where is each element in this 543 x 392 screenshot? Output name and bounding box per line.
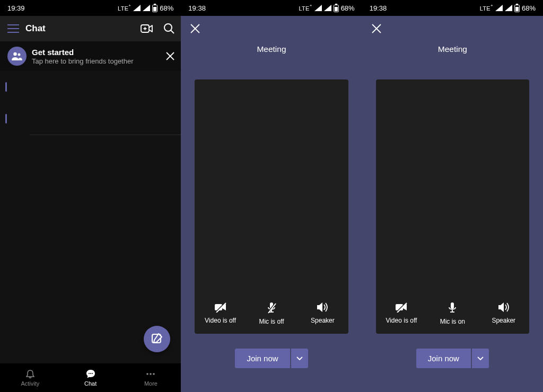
nav-chat[interactable]: Chat bbox=[60, 363, 121, 392]
statusbar: 19:38 LTE+ 68% bbox=[181, 0, 362, 16]
close-icon[interactable] bbox=[190, 24, 200, 33]
panel-chat: 19:39 LTE+ 68% Chat Get started Tap here… bbox=[0, 0, 181, 392]
unread-indicator bbox=[5, 114, 7, 123]
svg-marker-24 bbox=[314, 5, 322, 11]
video-toggle[interactable]: Video is off bbox=[197, 302, 244, 325]
svg-point-11 bbox=[164, 24, 172, 31]
network-label: LTE+ bbox=[118, 4, 131, 12]
svg-marker-39 bbox=[317, 302, 322, 312]
meeting-title: Meeting bbox=[257, 44, 286, 54]
list-item[interactable] bbox=[0, 71, 181, 103]
status-time: 19:38 bbox=[370, 4, 387, 12]
chevron-down-icon bbox=[296, 357, 303, 361]
list-item[interactable] bbox=[0, 103, 181, 135]
page-title: Chat bbox=[25, 23, 131, 34]
chat-icon bbox=[86, 369, 95, 379]
svg-line-12 bbox=[171, 31, 174, 34]
join-options-button[interactable] bbox=[291, 349, 308, 368]
video-preview: Video is off Mic is on Speaker bbox=[376, 79, 529, 334]
nav-label: More bbox=[144, 380, 157, 387]
status-right: LTE+ 68% bbox=[480, 4, 536, 12]
svg-rect-50 bbox=[451, 302, 454, 309]
mic-on-icon bbox=[447, 302, 458, 314]
toggle-row: Video is off Mic is off Speaker bbox=[195, 302, 348, 325]
menu-icon[interactable] bbox=[7, 24, 19, 33]
join-row: Join now bbox=[235, 349, 308, 368]
get-started-subtitle: Tap here to bring friends together bbox=[32, 57, 134, 65]
close-row bbox=[181, 16, 362, 41]
signal-icon bbox=[505, 5, 512, 11]
speaker-icon bbox=[498, 302, 510, 313]
toggle-label: Video is off bbox=[386, 317, 417, 324]
join-button[interactable]: Join now bbox=[416, 349, 471, 368]
svg-rect-2 bbox=[154, 4, 156, 5]
nav-label: Activity bbox=[21, 380, 39, 387]
status-right: LTE+ 68% bbox=[299, 4, 354, 12]
search-icon[interactable] bbox=[163, 22, 176, 35]
toggle-label: Mic is on bbox=[440, 318, 465, 325]
svg-point-13 bbox=[13, 52, 16, 56]
statusbar: 19:39 LTE+ 68% bbox=[0, 0, 181, 16]
meet-now-icon[interactable] bbox=[141, 22, 153, 35]
svg-point-18 bbox=[89, 373, 90, 374]
meeting-body: Meeting Video is off Mic is off Speaker … bbox=[181, 41, 362, 392]
join-options-button[interactable] bbox=[472, 349, 489, 368]
toggle-label: Speaker bbox=[492, 317, 515, 324]
battery-icon bbox=[334, 4, 339, 12]
nav-activity[interactable]: Activity bbox=[0, 363, 60, 392]
join-button[interactable]: Join now bbox=[235, 349, 290, 368]
svg-point-20 bbox=[92, 373, 93, 374]
speaker-icon bbox=[317, 302, 328, 313]
status-right: LTE+ 68% bbox=[118, 4, 173, 12]
svg-point-22 bbox=[150, 373, 152, 375]
mic-toggle[interactable]: Mic is on bbox=[428, 302, 476, 325]
join-row: Join now bbox=[416, 349, 489, 368]
mic-toggle[interactable]: Mic is off bbox=[248, 302, 295, 325]
close-icon[interactable] bbox=[166, 52, 174, 60]
svg-marker-0 bbox=[133, 5, 141, 11]
network-label: LTE+ bbox=[299, 4, 312, 12]
compose-button[interactable] bbox=[144, 326, 170, 352]
battery-label: 68% bbox=[160, 4, 173, 12]
speaker-toggle[interactable]: Speaker bbox=[299, 302, 346, 325]
close-icon[interactable] bbox=[372, 24, 381, 33]
signal-icon bbox=[143, 5, 150, 11]
video-preview: Video is off Mic is off Speaker bbox=[195, 79, 348, 334]
status-time: 19:39 bbox=[7, 4, 25, 12]
signal-icon bbox=[495, 5, 503, 11]
svg-marker-25 bbox=[324, 5, 331, 11]
video-toggle[interactable]: Video is off bbox=[378, 302, 425, 325]
nav-more[interactable]: More bbox=[121, 363, 181, 392]
svg-marker-40 bbox=[495, 5, 503, 11]
svg-rect-26 bbox=[335, 4, 337, 5]
video-off-icon bbox=[395, 302, 408, 313]
battery-label: 68% bbox=[341, 4, 355, 12]
svg-marker-41 bbox=[505, 5, 512, 11]
get-started-title: Get started bbox=[32, 48, 134, 57]
panel-meeting-join-mic-on: 19:38 LTE+ 68% Meeting Video is off Mic bbox=[362, 0, 543, 392]
svg-rect-44 bbox=[515, 7, 519, 11]
meeting-title: Meeting bbox=[438, 44, 467, 54]
toggle-label: Mic is off bbox=[259, 318, 284, 325]
meeting-body: Meeting Video is off Mic is on Speaker J… bbox=[362, 41, 543, 392]
signal-icon bbox=[133, 5, 141, 11]
speaker-toggle[interactable]: Speaker bbox=[480, 302, 528, 325]
get-started-text: Get started Tap here to bring friends to… bbox=[32, 48, 134, 65]
svg-point-14 bbox=[18, 54, 21, 56]
battery-icon bbox=[514, 4, 520, 12]
statusbar: 19:38 LTE+ 68% bbox=[362, 0, 543, 16]
panel-meeting-join-mic-off: 19:38 LTE+ 68% Meeting Video is off Mic bbox=[181, 0, 362, 392]
network-label: LTE+ bbox=[480, 4, 493, 12]
battery-label: 68% bbox=[522, 4, 536, 12]
video-off-icon bbox=[214, 302, 227, 313]
svg-marker-1 bbox=[143, 5, 150, 11]
get-started-banner[interactable]: Get started Tap here to bring friends to… bbox=[0, 41, 181, 71]
svg-rect-28 bbox=[335, 7, 338, 11]
bottom-nav: Activity Chat More bbox=[0, 363, 181, 392]
toggle-row: Video is off Mic is on Speaker bbox=[376, 302, 529, 325]
svg-point-19 bbox=[90, 373, 91, 374]
status-time: 19:38 bbox=[188, 4, 206, 12]
mic-off-icon bbox=[266, 302, 277, 314]
svg-point-21 bbox=[147, 373, 149, 375]
svg-rect-4 bbox=[153, 7, 156, 11]
